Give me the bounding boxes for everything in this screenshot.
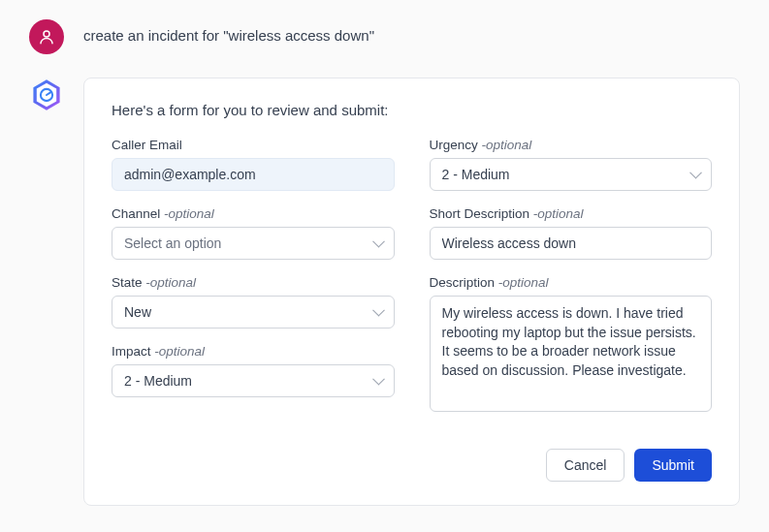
cancel-button[interactable]: Cancel [546, 449, 625, 482]
impact-select-wrap: 2 - Medium [112, 364, 395, 397]
impact-label: Impact -optional [112, 344, 395, 359]
state-select[interactable]: New [112, 296, 395, 329]
caller-email-input[interactable]: admin@example.com [112, 158, 395, 191]
form-grid: Caller Email admin@example.com Channel -… [112, 138, 712, 431]
hexagon-icon [30, 78, 63, 111]
field-caller-email: Caller Email admin@example.com [112, 138, 395, 191]
assistant-row: Here's a form for you to review and subm… [29, 78, 740, 506]
short-description-label: Short Description -optional [430, 206, 713, 221]
user-message-row: create an incident for "wireless access … [29, 19, 740, 54]
form-col-right: Urgency -optional 2 - Medium Short Descr… [430, 138, 713, 431]
urgency-select-wrap: 2 - Medium [430, 158, 713, 191]
field-short-description: Short Description -optional [430, 206, 713, 260]
form-card: Here's a form for you to review and subm… [83, 78, 740, 506]
form-intro: Here's a form for you to review and subm… [112, 102, 712, 118]
user-message: create an incident for "wireless access … [83, 19, 374, 44]
form-actions: Cancel Submit [112, 449, 712, 482]
description-label: Description -optional [430, 275, 713, 290]
svg-point-0 [44, 31, 49, 37]
person-icon [38, 28, 55, 46]
field-state: State -optional New [112, 275, 395, 329]
channel-label: Channel -optional [112, 206, 395, 221]
field-description: Description -optional [430, 275, 713, 416]
urgency-select[interactable]: 2 - Medium [430, 158, 713, 191]
channel-select[interactable]: Select an option [112, 227, 395, 260]
urgency-label: Urgency -optional [430, 138, 713, 152]
state-label: State -optional [112, 275, 395, 290]
description-textarea[interactable] [430, 296, 713, 412]
state-select-wrap: New [112, 296, 395, 329]
form-col-left: Caller Email admin@example.com Channel -… [112, 138, 395, 431]
user-avatar [29, 19, 64, 54]
short-description-input[interactable] [430, 227, 713, 260]
assistant-avatar [29, 78, 64, 112]
submit-button[interactable]: Submit [634, 449, 712, 482]
impact-select[interactable]: 2 - Medium [112, 364, 395, 397]
field-channel: Channel -optional Select an option [112, 206, 395, 260]
channel-select-wrap: Select an option [112, 227, 395, 260]
field-urgency: Urgency -optional 2 - Medium [430, 138, 713, 191]
caller-email-label: Caller Email [112, 138, 395, 152]
field-impact: Impact -optional 2 - Medium [112, 344, 395, 397]
